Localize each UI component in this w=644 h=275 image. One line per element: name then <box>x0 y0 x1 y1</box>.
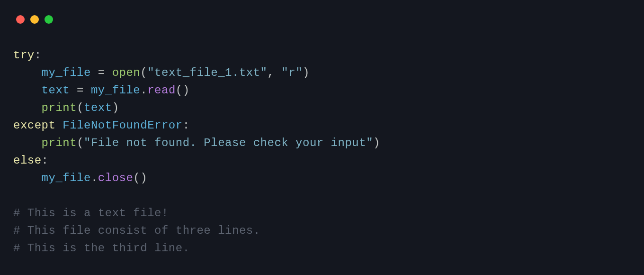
lparen: ( <box>77 101 84 114</box>
rparen: ) <box>112 101 119 114</box>
rparen: ) <box>373 137 380 149</box>
indent <box>13 172 42 184</box>
comment-line-3: # This is the third line. <box>13 239 631 257</box>
blank-line <box>13 187 631 204</box>
func-print: print <box>42 101 77 114</box>
dot: . <box>91 172 98 184</box>
lparen: ( <box>77 137 84 149</box>
variable-my-file: my_file <box>42 66 91 79</box>
code-line-8: my_file.close() <box>13 169 631 187</box>
class-filenotfounderror: FileNotFoundError <box>63 119 182 132</box>
indent <box>13 101 42 114</box>
func-open: open <box>112 66 141 79</box>
code-line-2: my_file = open("text_file_1.txt", "r") <box>13 64 631 82</box>
assign-op: = <box>91 66 112 79</box>
keyword-except: except <box>13 119 55 132</box>
parens: () <box>176 84 190 97</box>
code-line-4: print(text) <box>13 99 631 117</box>
parens: () <box>133 172 147 184</box>
string-error-msg: "File not found. Please check your input… <box>84 137 373 149</box>
minimize-icon[interactable] <box>30 15 39 24</box>
comment-line-1: # This is a text file! <box>13 204 631 222</box>
code-line-1: try: <box>13 46 631 64</box>
code-editor[interactable]: try: my_file = open("text_file_1.txt", "… <box>0 24 644 257</box>
colon: : <box>35 49 42 62</box>
string-filename: "text_file_1.txt" <box>147 66 267 79</box>
method-close: close <box>98 172 134 184</box>
space <box>55 119 63 132</box>
func-print: print <box>42 137 77 149</box>
dot: . <box>140 84 147 97</box>
comment-line-2: # This file consist of three lines. <box>13 222 631 239</box>
close-icon[interactable] <box>16 15 25 24</box>
code-line-7: else: <box>13 152 631 169</box>
code-line-5: except FileNotFoundError: <box>13 117 631 134</box>
indent <box>13 66 42 79</box>
string-mode: "r" <box>281 66 303 79</box>
method-read: read <box>147 84 176 97</box>
variable-my-file: my_file <box>42 172 91 184</box>
variable-my-file: my_file <box>91 84 140 97</box>
code-line-6: print("File not found. Please check your… <box>13 134 631 152</box>
comma: , <box>268 66 282 79</box>
keyword-else: else <box>13 154 42 167</box>
colon: : <box>183 119 190 132</box>
indent <box>13 84 42 97</box>
rparen: ) <box>303 66 310 79</box>
keyword-try: try <box>13 49 35 62</box>
variable-text: text <box>84 101 112 114</box>
window-controls <box>0 0 644 24</box>
lparen: ( <box>140 66 147 79</box>
assign-op: = <box>70 84 91 97</box>
code-line-3: text = my_file.read() <box>13 82 631 99</box>
indent <box>13 137 42 149</box>
colon: : <box>42 154 49 167</box>
variable-text: text <box>42 84 70 97</box>
maximize-icon[interactable] <box>45 15 53 24</box>
